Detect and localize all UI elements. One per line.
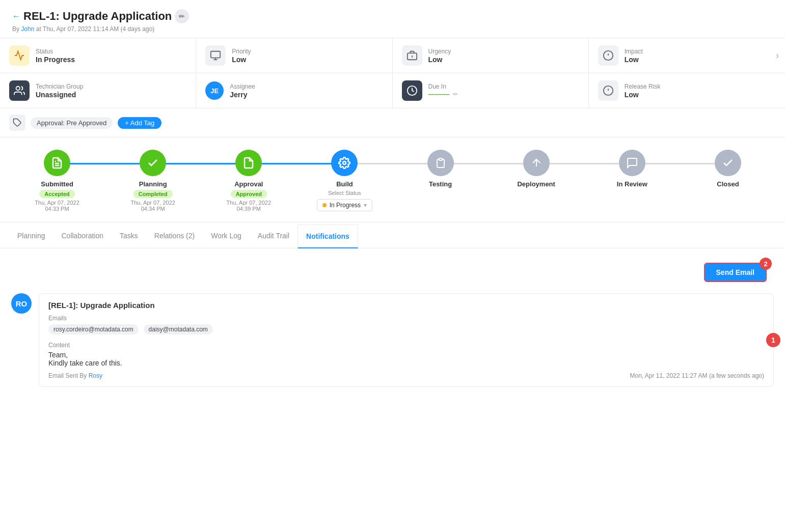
step-planning-badge: Completed	[133, 190, 173, 198]
svg-rect-16	[439, 158, 442, 160]
author-link[interactable]: John	[21, 25, 34, 33]
send-email-badge: 2	[760, 258, 772, 270]
step-submitted-badge: Accepted	[39, 190, 75, 198]
step-deployment-name: Deployment	[517, 180, 555, 188]
assignee-value: Jerry	[230, 91, 255, 99]
tab-notifications[interactable]: Notifications	[297, 225, 358, 248]
step-closed[interactable]: Closed	[680, 150, 776, 188]
expand-arrow-icon[interactable]: ›	[772, 50, 783, 61]
step-planning[interactable]: Planning Completed Thu, Apr 07, 202204:3…	[105, 150, 201, 212]
urgency-value: Low	[428, 55, 451, 64]
email-chip-2: daisy@motadata.com	[144, 324, 213, 334]
tech-group-icon	[9, 80, 30, 101]
step-in-review-circle	[619, 150, 645, 176]
step-testing-name: Testing	[429, 180, 452, 188]
due-in-icon	[402, 80, 422, 101]
impact-label: Impact	[625, 48, 643, 55]
svg-point-15	[343, 161, 346, 164]
release-risk-cell[interactable]: Release Risk Low	[589, 73, 785, 108]
notif-message-line1: Team,	[48, 351, 764, 359]
impact-value: Low	[625, 55, 643, 64]
step-build-circle	[331, 150, 358, 176]
step-in-review[interactable]: In Review	[584, 150, 680, 188]
impact-icon	[598, 45, 618, 66]
notif-message-line2: Kindly take care of this.	[48, 359, 764, 367]
sent-by-label: Email Sent By	[48, 372, 89, 379]
step-submitted-name: Submitted	[41, 180, 73, 188]
status-cell[interactable]: Status In Progress	[0, 38, 196, 73]
chevron-down-icon: ▾	[364, 202, 367, 209]
tab-audittrail[interactable]: Audit Trail	[250, 225, 297, 248]
priority-label: Priority	[232, 48, 251, 55]
tech-group-cell[interactable]: Technician Group Unassigned	[0, 73, 196, 108]
impact-cell[interactable]: Impact Low ›	[589, 38, 785, 73]
notif-message: Team, Kindly take care of this.	[48, 351, 764, 367]
priority-cell[interactable]: Priority Low	[196, 38, 392, 73]
sent-by-link[interactable]: Rosy	[89, 372, 102, 379]
notif-content-label: Content	[48, 342, 764, 349]
priority-icon	[205, 45, 226, 66]
page-meta: By John at Thu, Apr 07, 2022 11:14 AM (4…	[12, 25, 773, 33]
step-submitted-date: Thu, Apr 07, 202204:33 PM	[35, 200, 79, 212]
workflow-steps: Submitted Accepted Thu, Apr 07, 202204:3…	[9, 150, 776, 212]
step-approval-name: Approval	[234, 180, 263, 188]
notif-emails-label: Emails	[48, 315, 764, 322]
step-approval-date: Thu, Apr 07, 202204:39 PM	[227, 200, 271, 212]
tab-planning[interactable]: Planning	[9, 225, 53, 248]
urgency-label: Urgency	[428, 48, 451, 55]
status-icon	[9, 45, 30, 66]
assignee-cell[interactable]: JE Assignee Jerry	[196, 73, 392, 108]
step-planning-name: Planning	[139, 180, 167, 188]
status-label: Status	[36, 48, 75, 55]
notif-body: [REL-1]: Upgrade Application Emails rosy…	[39, 293, 774, 387]
send-email-button[interactable]: Send Email	[704, 263, 767, 282]
step-testing-circle	[427, 150, 454, 176]
status-value: In Progress	[36, 55, 75, 64]
release-risk-label: Release Risk	[625, 83, 661, 90]
step-closed-circle	[715, 150, 741, 176]
due-in-value: ——— ✏	[428, 90, 458, 98]
step-build[interactable]: Build Select Status In Progress ▾	[296, 150, 392, 211]
add-tag-button[interactable]: + Add Tag	[118, 117, 161, 129]
notif-title: [REL-1]: Upgrade Application	[48, 301, 764, 310]
workflow-section: Submitted Accepted Thu, Apr 07, 202204:3…	[0, 137, 785, 222]
step-deployment[interactable]: Deployment	[489, 150, 584, 188]
step-build-status-select[interactable]: In Progress ▾	[317, 199, 372, 211]
tabs-bar: Planning Collaboration Tasks Relations (…	[0, 225, 785, 248]
page-title-text: REL-1: Upgrade Application	[23, 10, 172, 23]
step-approval[interactable]: Approval Approved Thu, Apr 07, 202204:39…	[201, 150, 296, 212]
step-planning-date: Thu, Apr 07, 202204:34 PM	[130, 200, 175, 212]
step-closed-name: Closed	[717, 180, 739, 188]
tech-group-label: Technician Group	[36, 83, 83, 90]
tab-worklog[interactable]: Work Log	[203, 225, 250, 248]
due-in-edit-icon[interactable]: ✏	[453, 91, 458, 98]
edit-title-button[interactable]: ✏	[175, 9, 189, 23]
notification-card: RO [REL-1]: Upgrade Application Emails r…	[9, 288, 776, 392]
notif-avatar: RO	[11, 293, 32, 314]
email-chip-1: rosy.cordeiro@motadata.com	[48, 324, 139, 334]
svg-rect-0	[211, 51, 220, 58]
tab-relations[interactable]: Relations (2)	[146, 225, 203, 248]
release-risk-icon	[598, 80, 618, 101]
assignee-label: Assignee	[230, 83, 255, 90]
tag-chip-approval: Approval: Pre Approved	[31, 117, 113, 129]
svg-point-7	[16, 87, 20, 90]
back-link[interactable]: ← REL-1: Upgrade Application ✏	[12, 9, 773, 23]
page-header: ← REL-1: Upgrade Application ✏ By John a…	[0, 0, 785, 38]
step-in-review-name: In Review	[617, 180, 647, 188]
step-testing[interactable]: Testing	[393, 150, 489, 188]
due-in-cell[interactable]: Due In ——— ✏	[393, 73, 589, 108]
urgency-cell[interactable]: Urgency Low	[393, 38, 589, 73]
notif-footer: Email Sent By Rosy Mon, Apr 11, 2022 11:…	[48, 372, 764, 379]
send-email-row: 2 Send Email	[9, 257, 776, 288]
info-row-1: Status In Progress Priority Low Urgency …	[0, 38, 785, 73]
step-build-status-value: In Progress	[330, 202, 361, 209]
tags-row: Approval: Pre Approved + Add Tag	[0, 108, 785, 137]
step-planning-circle	[140, 150, 166, 176]
due-in-label: Due In	[428, 83, 458, 90]
tab-tasks[interactable]: Tasks	[112, 225, 146, 248]
assignee-avatar: JE	[205, 81, 224, 100]
step-submitted[interactable]: Submitted Accepted Thu, Apr 07, 202204:3…	[9, 150, 105, 212]
step-submitted-circle	[44, 150, 70, 176]
tab-collaboration[interactable]: Collaboration	[53, 225, 112, 248]
